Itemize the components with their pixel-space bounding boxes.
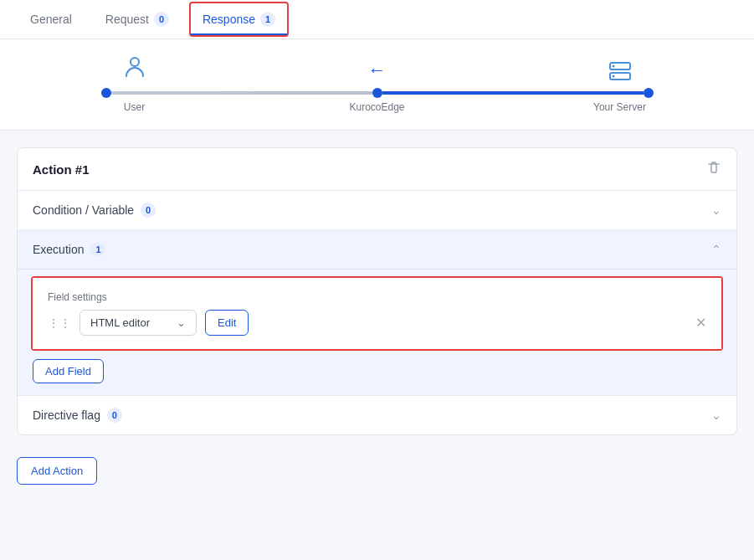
field-type-value: HTML editor	[90, 316, 150, 329]
flow-label-kurocoedge: KurocoEdge	[168, 101, 587, 113]
field-type-select[interactable]: HTML editor ⌄	[80, 310, 197, 336]
svg-point-3	[612, 65, 614, 68]
directive-flag-chevron: ⌄	[711, 408, 721, 422]
condition-variable-chevron: ⌄	[711, 203, 721, 217]
directive-flag-row[interactable]: Directive flag 0 ⌄	[18, 396, 736, 434]
execution-header[interactable]: Execution 1 ⌃	[18, 230, 736, 270]
condition-variable-row[interactable]: Condition / Variable 0 ⌄	[18, 191, 736, 230]
main-content: Action #1 Condition / Variable 0 ⌄ Execu…	[0, 131, 754, 510]
flow-dot-mid	[372, 88, 382, 98]
edit-button[interactable]: Edit	[205, 310, 249, 336]
flow-line-left	[111, 91, 372, 95]
flow-label-user: User	[101, 101, 168, 113]
flow-node-server	[587, 61, 654, 85]
server-icon	[608, 61, 632, 85]
tab-request-badge: 0	[154, 12, 169, 27]
flow-arrow-center: ←	[168, 59, 587, 85]
svg-point-4	[612, 75, 614, 78]
person-icon	[125, 56, 145, 85]
flow-labels-row: User KurocoEdge Your Server	[101, 101, 654, 113]
add-action-button[interactable]: Add Action	[17, 457, 97, 485]
tab-request-label: Request	[105, 13, 149, 26]
directive-flag-badge: 0	[107, 408, 122, 423]
close-field-icon[interactable]: ✕	[695, 315, 706, 331]
execution-label-group: Execution 1	[33, 242, 105, 257]
tab-response-badge: 1	[260, 12, 275, 27]
field-settings-label: Field settings	[48, 291, 706, 303]
flow-dot-right	[644, 88, 654, 98]
condition-variable-label-group: Condition / Variable 0	[33, 203, 156, 218]
execution-badge: 1	[90, 242, 105, 257]
flow-node-user	[101, 56, 168, 85]
flow-diagram: ←	[0, 39, 754, 131]
action-card: Action #1 Condition / Variable 0 ⌄ Execu…	[17, 147, 737, 435]
execution-label: Execution	[33, 243, 84, 256]
chevron-down-icon: ⌄	[177, 316, 186, 329]
directive-flag-label: Directive flag	[33, 408, 100, 422]
flow-dot-left	[101, 88, 111, 98]
directive-flag-label-group: Directive flag 0	[33, 408, 122, 423]
field-row: ⋮⋮ HTML editor ⌄ Edit ✕	[48, 310, 706, 336]
svg-point-0	[131, 58, 139, 66]
flow-line-right	[382, 91, 644, 95]
tab-response[interactable]: Response 1	[189, 2, 289, 37]
arrow-left-icon: ←	[368, 59, 387, 81]
flow-wrap: ←	[101, 56, 654, 113]
tab-response-label: Response	[203, 13, 255, 26]
condition-variable-badge: 0	[141, 203, 156, 218]
execution-body-highlighted: Field settings ⋮⋮ HTML editor ⌄ Edit ✕	[31, 276, 723, 351]
execution-chevron-up: ⌃	[711, 243, 721, 256]
tab-bar: General Request 0 Response 1	[0, 0, 754, 39]
action-header: Action #1	[18, 148, 736, 191]
tab-general-label: General	[30, 13, 72, 26]
execution-inner: Field settings ⋮⋮ HTML editor ⌄ Edit ✕	[33, 278, 721, 349]
execution-section: Execution 1 ⌃ Field settings ⋮⋮ HTML edi…	[18, 230, 736, 396]
tab-request[interactable]: Request 0	[92, 0, 182, 39]
add-field-row: Add Field	[18, 351, 736, 395]
tab-general[interactable]: General	[17, 1, 85, 38]
flow-progress-row	[101, 88, 654, 98]
delete-action-icon[interactable]	[706, 160, 721, 178]
add-action-row: Add Action	[17, 449, 737, 493]
add-field-button[interactable]: Add Field	[33, 359, 104, 383]
flow-label-yourserver: Your Server	[587, 101, 654, 113]
flow-icons-row: ←	[101, 56, 654, 88]
drag-handle-icon[interactable]: ⋮⋮	[48, 316, 71, 330]
action-title: Action #1	[33, 162, 90, 177]
condition-variable-label: Condition / Variable	[33, 203, 134, 217]
